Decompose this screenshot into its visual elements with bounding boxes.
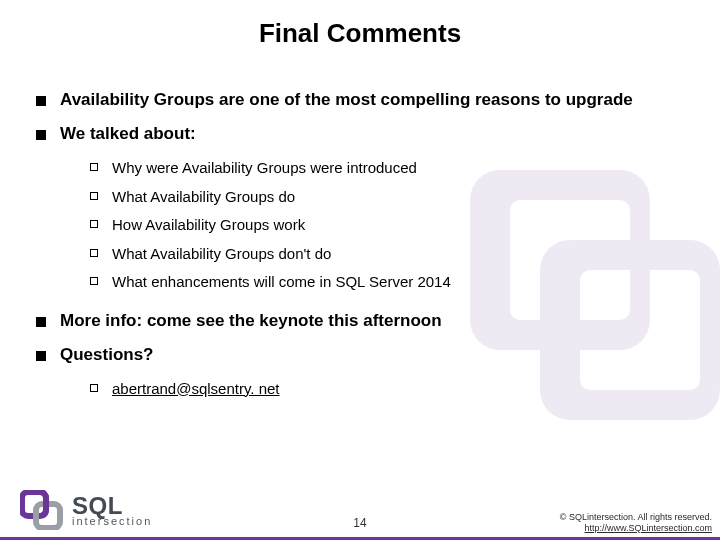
logo-secondary: intersection bbox=[72, 516, 152, 527]
hollow-square-icon bbox=[90, 192, 98, 200]
slide-footer: SQL intersection 14 © SQLintersection. A… bbox=[0, 478, 720, 540]
bullet-text: We talked about: bbox=[60, 124, 196, 144]
copyright-text: © SQLintersection. All rights reserved. bbox=[560, 512, 712, 523]
sub-bullet-text: How Availability Groups work bbox=[112, 211, 305, 240]
slide-title: Final Comments bbox=[0, 18, 720, 49]
square-bullet-icon bbox=[36, 96, 46, 106]
sub-bullet-text: Why were Availability Groups were introd… bbox=[112, 154, 417, 183]
brand-logo: SQL intersection bbox=[20, 490, 152, 530]
hollow-square-icon bbox=[90, 220, 98, 228]
hollow-square-icon bbox=[90, 277, 98, 285]
logo-text: SQL intersection bbox=[72, 494, 152, 527]
sub-bullet-item: What Availability Groups do bbox=[90, 183, 684, 212]
hollow-square-icon bbox=[90, 163, 98, 171]
logo-primary: SQL bbox=[72, 494, 152, 518]
slide-content: Availability Groups are one of the most … bbox=[36, 90, 684, 417]
square-bullet-icon bbox=[36, 130, 46, 140]
sub-bullet-list: Why were Availability Groups were introd… bbox=[90, 154, 684, 297]
chainlink-icon bbox=[20, 490, 64, 530]
sub-bullet-item: What enhancements will come in SQL Serve… bbox=[90, 268, 684, 297]
page-number: 14 bbox=[353, 516, 366, 530]
bullet-item: We talked about: bbox=[36, 124, 684, 144]
sub-bullet-item: How Availability Groups work bbox=[90, 211, 684, 240]
copyright-block: © SQLintersection. All rights reserved. … bbox=[560, 512, 712, 535]
slide: Final Comments Availability Groups are o… bbox=[0, 0, 720, 540]
sub-bullet-text: What Availability Groups do bbox=[112, 183, 295, 212]
bullet-item: Questions? bbox=[36, 345, 684, 365]
bullet-text: More info: come see the keynote this aft… bbox=[60, 311, 442, 331]
sub-bullet-item: What Availability Groups don't do bbox=[90, 240, 684, 269]
footer-url-link[interactable]: http://www.SQLintersection.com bbox=[560, 523, 712, 534]
bullet-text: Questions? bbox=[60, 345, 154, 365]
square-bullet-icon bbox=[36, 317, 46, 327]
sub-bullet-text: What Availability Groups don't do bbox=[112, 240, 331, 269]
sub-bullet-list: abertrand@sqlsentry. net bbox=[90, 375, 684, 404]
bullet-item: Availability Groups are one of the most … bbox=[36, 90, 684, 110]
sub-bullet-text: What enhancements will come in SQL Serve… bbox=[112, 268, 451, 297]
contact-email-link[interactable]: abertrand@sqlsentry. net bbox=[112, 375, 280, 404]
sub-bullet-item: Why were Availability Groups were introd… bbox=[90, 154, 684, 183]
square-bullet-icon bbox=[36, 351, 46, 361]
hollow-square-icon bbox=[90, 249, 98, 257]
bullet-item: More info: come see the keynote this aft… bbox=[36, 311, 684, 331]
sub-bullet-item: abertrand@sqlsentry. net bbox=[90, 375, 684, 404]
hollow-square-icon bbox=[90, 384, 98, 392]
bullet-text: Availability Groups are one of the most … bbox=[60, 90, 633, 110]
